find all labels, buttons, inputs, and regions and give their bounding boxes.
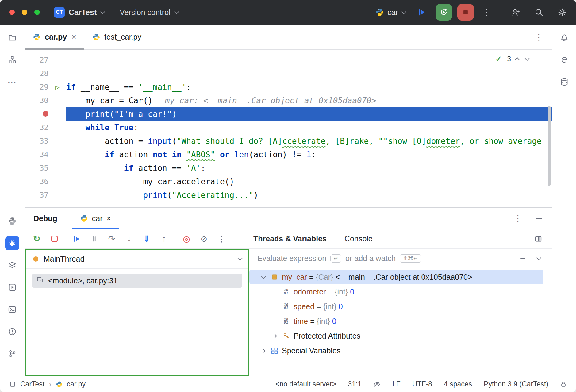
code-line-text[interactable] (66, 53, 552, 67)
editor-line[interactable]: 33 action = input("What should I do? [A]… (25, 134, 552, 148)
breakpoint-dot[interactable] (43, 111, 48, 117)
run-config-selector[interactable]: car (375, 8, 405, 17)
more-tool-windows-button[interactable]: ⋯ (5, 75, 19, 89)
editor-gutter-cell[interactable]: 37 (25, 188, 66, 202)
editor-line[interactable]: print("I'm a car!") (25, 107, 552, 121)
step-into-button[interactable]: ↓ (125, 234, 134, 244)
structure-tool-button[interactable] (5, 53, 19, 67)
code-line-text[interactable] (66, 67, 552, 80)
hide-panel-button[interactable] (536, 218, 542, 219)
code-line-text[interactable]: if action == 'A': (66, 161, 552, 175)
highlighting-off-icon[interactable] (373, 381, 381, 388)
code-line-text[interactable]: my_car.accelerate() (66, 175, 552, 188)
editor-gutter-cell[interactable]: 30 (25, 94, 66, 107)
rerun-debug-button[interactable] (436, 4, 452, 21)
search-everywhere-button[interactable] (534, 8, 543, 17)
chevron-down-icon[interactable] (536, 255, 541, 260)
evaluate-expression-bar[interactable]: Evaluate expression ↵ or add a watch ⇧⌘↵ (249, 249, 552, 268)
inspections-widget[interactable]: ✓ 3 (495, 55, 528, 63)
view-breakpoints-button[interactable]: ◎ (182, 234, 191, 244)
services-tool-button[interactable] (5, 258, 19, 272)
python-packages-tool-button[interactable] (5, 214, 19, 228)
caret-position-widget[interactable]: 31:1 (348, 380, 362, 388)
debug-tool-button[interactable] (5, 236, 19, 250)
thread-selector[interactable]: MainThread (26, 250, 248, 269)
tab-console[interactable]: Console (344, 234, 373, 243)
tab-options-button[interactable]: ⋮ (535, 32, 543, 42)
debug-options-button[interactable]: ⋮ (514, 213, 522, 223)
default-server-widget[interactable]: <no default server> (275, 380, 336, 388)
variable-row[interactable]: my_car = {Car} <__main__.Car object at 0… (249, 270, 543, 284)
close-window-button[interactable] (9, 10, 15, 15)
variable-row[interactable]: 1001time = {int} 0 (249, 314, 543, 329)
pause-program-button[interactable] (90, 235, 99, 243)
chevron-down-icon[interactable] (261, 274, 266, 279)
indent-widget[interactable]: 4 spaces (444, 380, 472, 388)
zoom-window-button[interactable] (34, 10, 40, 15)
editor-line[interactable]: 36 my_car.accelerate() (25, 175, 552, 188)
code-line-text[interactable]: if __name__ == '__main__': (66, 80, 552, 94)
tab-test-car-py[interactable]: test_car.py (84, 25, 149, 49)
rerun-button[interactable]: ↻ (32, 234, 41, 244)
code-editor[interactable]: 272829▷if __name__ == '__main__':30 my_c… (25, 50, 552, 207)
code-line-text[interactable]: if action not in "ABOS" or len(action) !… (66, 148, 552, 161)
editor-line[interactable]: 32 while True: (25, 121, 552, 134)
interpreter-widget[interactable]: Python 3.9 (CarTest) (484, 380, 548, 388)
run-line-icon[interactable]: ▷ (55, 83, 60, 91)
version-control-tool-button[interactable] (5, 347, 19, 361)
debug-more-button[interactable]: ⋮ (217, 234, 226, 244)
editor-line[interactable]: 30 my_car = Car()my_car: <__main__.Car o… (25, 94, 552, 107)
mute-breakpoints-button[interactable]: ⊘ (199, 234, 209, 244)
editor-line[interactable]: 34 if action not in "ABOS" or len(action… (25, 148, 552, 161)
stop-button[interactable] (457, 4, 474, 21)
step-over-button[interactable]: ↷ (107, 234, 116, 244)
editor-line[interactable]: 35 if action == 'A': (25, 161, 552, 175)
project-tool-button[interactable] (5, 31, 19, 45)
step-into-my-code-button[interactable]: ⇓ (142, 234, 151, 244)
editor-gutter-cell[interactable]: 29▷ (25, 80, 66, 94)
editor-gutter-cell[interactable]: 27 (25, 53, 66, 67)
close-tab-icon[interactable]: × (71, 32, 76, 42)
notifications-tool-button[interactable] (557, 31, 571, 45)
project-menu[interactable]: CarTest (69, 8, 104, 17)
add-user-button[interactable] (511, 8, 520, 17)
terminal-tool-button[interactable] (5, 302, 19, 317)
editor-gutter-cell[interactable]: 35 (25, 161, 66, 175)
editor-gutter-cell[interactable]: 33 (25, 134, 66, 148)
editor-line[interactable]: 27 (25, 53, 552, 67)
ai-assistant-tool-button[interactable] (557, 53, 571, 67)
chevron-right-icon[interactable] (272, 333, 277, 338)
editor-line[interactable]: 37 print("Accelerating...") (25, 188, 552, 202)
editor-gutter-cell[interactable]: 28 (25, 67, 66, 80)
variable-row[interactable]: 1001odometer = {int} 0 (249, 284, 543, 299)
variable-row[interactable]: Special Variables (249, 343, 543, 358)
project-window-icon[interactable] (9, 381, 16, 388)
variable-row[interactable]: Protected Attributes (249, 329, 543, 343)
add-watch-icon[interactable] (519, 255, 527, 262)
editor-gutter-cell[interactable] (25, 107, 66, 121)
editor-gutter-cell[interactable]: 36 (25, 175, 66, 188)
code-line-text[interactable]: while True: (66, 121, 552, 134)
code-line-text[interactable]: print("I'm a car!") (66, 107, 552, 121)
debug-session-tab[interactable]: car × (72, 208, 119, 229)
resume-program-button[interactable] (72, 235, 81, 243)
variable-row[interactable]: 1001speed = {int} 0 (249, 299, 543, 314)
resume-button[interactable] (417, 8, 426, 17)
problems-tool-button[interactable] (5, 325, 19, 339)
code-line-text[interactable]: print("Accelerating...") (66, 188, 552, 202)
encoding-widget[interactable]: UTF-8 (412, 380, 432, 388)
chevron-right-icon[interactable] (260, 348, 265, 353)
editor-scrollbar[interactable] (548, 106, 551, 186)
stop-debug-button[interactable] (50, 236, 59, 242)
editor-gutter-cell[interactable]: 32 (25, 121, 66, 134)
editor-gutter-cell[interactable]: 34 (25, 148, 66, 161)
layout-settings-button[interactable] (534, 235, 542, 243)
stack-frame-item[interactable]: <module>, car.py:31 (32, 274, 242, 288)
previous-problem-icon[interactable] (515, 57, 520, 62)
code-line-text[interactable]: my_car = Car()my_car: <__main__.Car obje… (66, 94, 552, 107)
step-out-button[interactable]: ↑ (159, 234, 169, 244)
database-tool-button[interactable] (557, 75, 571, 89)
breadcrumb-file[interactable]: car.py (67, 380, 86, 388)
more-actions-button[interactable]: ⋮ (482, 7, 491, 17)
code-line-text[interactable]: action = input("What should I do? [A]cce… (66, 134, 552, 148)
